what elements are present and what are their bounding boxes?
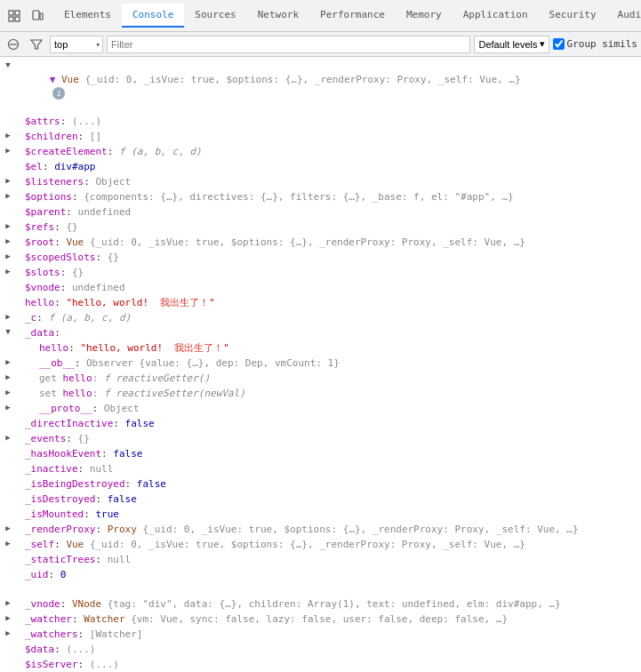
svg-rect-0: [9, 11, 13, 15]
console-line: _watcher: Watcher {vm: Vue, sync: false,…: [0, 612, 641, 627]
console-line: $isServer: (...): [0, 657, 641, 672]
console-line: _hasHookEvent: false: [0, 446, 641, 461]
svg-rect-2: [9, 17, 13, 21]
toggle-expand[interactable]: [4, 356, 12, 368]
toggle-expand[interactable]: [4, 402, 12, 413]
toggle-expand[interactable]: [4, 612, 12, 624]
console-line: _staticTrees: null: [0, 552, 641, 567]
toggle-expand[interactable]: [4, 538, 12, 549]
console-line: set hello: f reactiveSetter(newVal): [0, 386, 641, 401]
console-line: $el: div#app: [0, 159, 641, 174]
console-line: _watchers: [Watcher]: [0, 627, 641, 642]
toggle-expand[interactable]: [4, 326, 12, 338]
clear-console-button[interactable]: [4, 35, 23, 54]
console-line: _uid: 0: [0, 567, 641, 582]
console-line: get hello: f reactiveGetter(): [0, 371, 641, 386]
console-line: ▼ Vue {_uid: 0, _isVue: true, $options: …: [0, 59, 641, 114]
toggle-expand[interactable]: [4, 220, 12, 232]
console-spacer: [0, 582, 641, 596]
group-similar-label: Group simils: [553, 38, 637, 50]
toggle-expand[interactable]: [4, 432, 12, 444]
tab-sources[interactable]: Sources: [184, 4, 246, 28]
group-similar-checkbox[interactable]: [553, 38, 565, 50]
console-line: $options: {components: {…}, directives: …: [0, 189, 641, 204]
console-line: __proto__: Object: [0, 401, 641, 416]
toggle-expand[interactable]: [4, 628, 12, 639]
toggle-expand[interactable]: [4, 387, 12, 398]
console-line: __ob__: Observer {value: {…}, dep: Dep, …: [0, 356, 641, 371]
toggle-expand[interactable]: [4, 190, 12, 202]
tab-security[interactable]: Security: [539, 4, 607, 28]
tab-audits[interactable]: Audits: [607, 4, 641, 28]
console-toolbar: top Default levels ▾ Group simils: [0, 32, 641, 57]
toggle-expand[interactable]: [4, 266, 12, 277]
filter-button[interactable]: [27, 35, 46, 54]
info-icon[interactable]: i: [52, 87, 65, 100]
console-line: $createElement: f (a, b, c, d): [0, 144, 641, 159]
console-line: $scopedSlots: {}: [0, 250, 641, 265]
console-line: _c: f (a, b, c, d): [0, 310, 641, 325]
console-line: $refs: {}: [0, 220, 641, 235]
console-line: $root: Vue {_uid: 0, _isVue: true, $opti…: [0, 235, 641, 250]
console-line: $vnode: undefined: [0, 280, 641, 295]
tab-performance[interactable]: Performance: [309, 4, 396, 28]
filter-input[interactable]: [107, 36, 470, 53]
console-line: $parent: undefined: [0, 204, 641, 220]
tab-application[interactable]: Application: [453, 4, 539, 28]
svg-marker-8: [31, 40, 42, 49]
tab-icons: [4, 5, 48, 27]
svg-rect-5: [40, 13, 43, 20]
tab-console[interactable]: Console: [122, 4, 184, 28]
console-line: _vnode: VNode {tag: "div", data: {…}, ch…: [0, 596, 641, 612]
context-selector[interactable]: top: [50, 36, 103, 53]
inspect-icon[interactable]: [4, 5, 25, 27]
device-icon[interactable]: [27, 5, 48, 27]
toggle-expand[interactable]: [4, 251, 12, 262]
console-line: $listeners: Object: [0, 174, 641, 189]
toggle-expand[interactable]: [4, 175, 12, 187]
console-output: ▼ Vue {_uid: 0, _isVue: true, $options: …: [0, 57, 641, 672]
console-line: _self: Vue {_uid: 0, _isVue: true, $opti…: [0, 537, 641, 552]
toggle-expand[interactable]: [4, 236, 12, 247]
console-line: _renderProxy: Proxy {_uid: 0, _isVue: tr…: [0, 522, 641, 537]
tab-memory[interactable]: Memory: [396, 4, 453, 28]
console-line: _isMounted: true: [0, 507, 641, 522]
toggle-expand[interactable]: [4, 311, 12, 323]
console-line: _directInactive: false: [0, 416, 641, 431]
console-line: _isDestroyed: false: [0, 492, 641, 507]
default-levels-button[interactable]: Default levels ▾: [474, 36, 549, 53]
toggle-expand[interactable]: [4, 523, 12, 534]
toggle-expand[interactable]: [4, 597, 12, 609]
console-line: _data:: [0, 325, 641, 340]
console-line: _inactive: null: [0, 461, 641, 476]
tab-bar: Elements Console Sources Network Perform…: [0, 0, 641, 32]
console-line: $data: (...): [0, 642, 641, 657]
svg-rect-4: [33, 11, 39, 20]
console-line: _events: {}: [0, 431, 641, 446]
console-line: $slots: {}: [0, 265, 641, 280]
console-line: _isBeingDestroyed: false: [0, 476, 641, 492]
tab-network[interactable]: Network: [247, 4, 309, 28]
toggle-expand[interactable]: [4, 145, 12, 156]
context-select-input[interactable]: top: [50, 36, 103, 53]
toggle-expand[interactable]: [4, 60, 12, 71]
console-line: hello: "hello, world! 我出生了！": [0, 340, 641, 356]
console-line: hello: "hello, world! 我出生了！": [0, 295, 641, 310]
console-line: $attrs: (...): [0, 114, 641, 129]
tab-elements[interactable]: Elements: [53, 4, 122, 28]
console-line: $children: []: [0, 129, 641, 144]
toggle-expand[interactable]: [4, 372, 12, 383]
svg-rect-1: [15, 11, 20, 15]
svg-rect-3: [15, 17, 20, 21]
toggle-expand[interactable]: [4, 130, 12, 141]
